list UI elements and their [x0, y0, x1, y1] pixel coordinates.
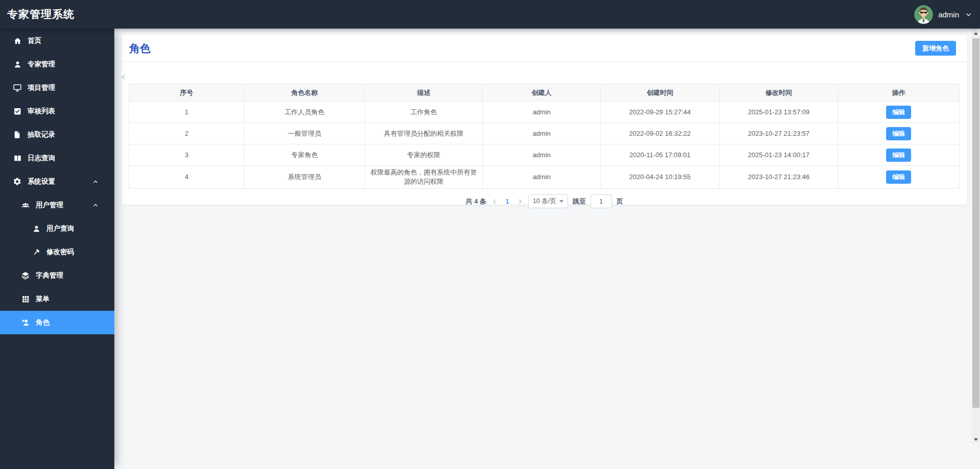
column-header: 描述	[365, 84, 483, 102]
cell-no: 3	[129, 144, 244, 166]
sidebar: 首页专家管理项目管理审核列表抽取记录日志查询系统设置用户管理用户查询修改密码字典…	[0, 29, 114, 469]
add-role-button[interactable]: 新增角色	[915, 41, 956, 56]
roles-table: 序号角色名称描述创建人创建时间修改时间操作 1工作人员角色工作角色admin20…	[129, 84, 960, 189]
hammer-icon	[32, 248, 41, 257]
column-header: 序号	[129, 84, 244, 102]
sidebar-item-label: 用户管理	[36, 201, 63, 210]
cell-no: 1	[129, 102, 244, 123]
edit-button[interactable]: 编辑	[886, 170, 911, 184]
cell-desc: 具有管理员分配的相关权限	[365, 123, 483, 144]
edit-button[interactable]: 编辑	[886, 127, 911, 140]
cell-created: 2022-09-02 16:32:22	[601, 123, 720, 144]
sidebar-item-dict-mgmt[interactable]: 字典管理	[0, 264, 114, 287]
column-header: 创建人	[483, 84, 601, 102]
sidebar-item-label: 抽取记录	[28, 130, 55, 139]
pagination-total: 共 4 条	[465, 197, 486, 206]
cell-action: 编辑	[838, 166, 960, 189]
cell-modified: 2023-10-27 21:23:57	[719, 123, 838, 144]
grid-icon	[21, 294, 30, 304]
card-header: 角色 新增角色	[121, 35, 967, 62]
sidebar-item-label: 字典管理	[36, 271, 63, 280]
chevron-down-icon[interactable]	[965, 11, 972, 18]
cell-creator: admin	[483, 102, 601, 123]
prev-page-icon[interactable]	[491, 198, 498, 205]
sidebar-item-label: 菜单	[36, 294, 50, 304]
cell-modified: 2025-01-23 13:57:09	[719, 102, 838, 123]
user-icon	[13, 60, 22, 69]
gear-icon	[13, 177, 22, 186]
jump-suffix-label: 页	[617, 197, 623, 206]
user-plus-icon	[21, 318, 30, 327]
page-size-select[interactable]: 10 条/页	[528, 194, 568, 208]
app-header: 专家管理系统 admin	[0, 0, 980, 29]
username[interactable]: admin	[938, 10, 959, 19]
table-row: 3专家角色专家的权限admin2020-11-05 17:09:012025-0…	[129, 144, 960, 166]
cell-modified: 2025-01-23 14:00:17	[719, 144, 838, 166]
users-icon	[21, 201, 30, 210]
chevron-up-icon[interactable]	[92, 202, 99, 208]
sidebar-item-system-settings[interactable]: 系统设置	[0, 170, 114, 193]
sidebar-item-user-query[interactable]: 用户查询	[0, 217, 114, 240]
edit-button[interactable]: 编辑	[886, 149, 911, 162]
column-header: 操作	[838, 84, 960, 102]
column-header: 角色名称	[244, 84, 365, 102]
column-header: 修改时间	[719, 84, 838, 102]
sidebar-item-log-query[interactable]: 日志查询	[0, 146, 114, 170]
sidebar-item-change-password[interactable]: 修改密码	[0, 240, 114, 264]
cell-creator: admin	[483, 166, 601, 189]
sidebar-item-label: 首页	[28, 36, 41, 45]
cell-no: 2	[129, 123, 244, 144]
column-header: 创建时间	[601, 84, 720, 102]
sidebar-item-label: 项目管理	[28, 83, 55, 92]
scrollbar-thumb[interactable]	[972, 38, 979, 408]
file-icon	[13, 130, 22, 139]
cell-name: 一般管理员	[244, 123, 365, 144]
avatar[interactable]	[914, 5, 933, 24]
app-title: 专家管理系统	[0, 7, 75, 21]
book-icon	[13, 154, 22, 163]
sidebar-item-label: 专家管理	[28, 60, 55, 69]
sidebar-item-label: 系统设置	[28, 177, 55, 186]
user-menu[interactable]: admin	[914, 0, 972, 29]
jump-page-input[interactable]	[591, 194, 612, 208]
chevron-up-icon[interactable]	[92, 179, 99, 185]
cell-created: 2020-11-05 17:09:01	[601, 144, 720, 166]
sidebar-item-audit-list[interactable]: 审核列表	[0, 100, 114, 123]
cell-desc: 权限最高的角色，拥有系统中所有资源的访问权限	[365, 166, 483, 189]
table-wrap: 序号角色名称描述创建人创建时间修改时间操作 1工作人员角色工作角色admin20…	[129, 84, 960, 189]
sidebar-item-project-mgmt[interactable]: 项目管理	[0, 76, 114, 100]
sidebar-item-label: 修改密码	[46, 248, 74, 257]
table-row: 2一般管理员具有管理员分配的相关权限admin2022-09-02 16:32:…	[129, 123, 960, 144]
vertical-scrollbar[interactable]	[972, 29, 980, 444]
page-title: 角色	[129, 35, 151, 62]
cell-action: 编辑	[838, 123, 960, 144]
scroll-up-icon[interactable]	[972, 29, 980, 38]
collapse-handle-icon[interactable]	[121, 74, 125, 80]
edit-button[interactable]: 编辑	[886, 106, 911, 119]
cell-action: 编辑	[838, 144, 960, 166]
jump-prefix-label: 跳至	[573, 197, 586, 206]
page-number[interactable]: 1	[503, 198, 512, 205]
monitor-icon	[13, 83, 22, 92]
cell-created: 2022-09-29 15:27:44	[601, 102, 720, 123]
scroll-down-icon[interactable]	[972, 435, 980, 444]
pagination: 共 4 条 1 10 条/页 跳至 页	[121, 194, 967, 208]
cell-created: 2020-04-24 10:19:55	[601, 166, 720, 189]
cell-modified: 2023-10-27 21:23:46	[719, 166, 838, 189]
sidebar-item-expert-mgmt[interactable]: 专家管理	[0, 53, 114, 76]
table-row: 4系统管理员权限最高的角色，拥有系统中所有资源的访问权限admin2020-04…	[129, 166, 960, 189]
sidebar-menu: 首页专家管理项目管理审核列表抽取记录日志查询系统设置用户管理用户查询修改密码字典…	[0, 29, 114, 334]
cell-name: 专家角色	[244, 144, 365, 166]
sidebar-item-menu[interactable]: 菜单	[0, 287, 114, 311]
sidebar-item-user-mgmt[interactable]: 用户管理	[0, 193, 114, 217]
content-card: 角色 新增角色 序号角色名称描述创建人创建时间修改时间操作 1工作人员角色工作角…	[121, 35, 967, 205]
sidebar-item-label: 角色	[36, 318, 50, 327]
table-row: 1工作人员角色工作角色admin2022-09-29 15:27:442025-…	[129, 102, 960, 123]
sidebar-item-home[interactable]: 首页	[0, 29, 114, 53]
caret-down-icon	[559, 200, 564, 203]
cell-creator: admin	[483, 123, 601, 144]
sidebar-item-draw-records[interactable]: 抽取记录	[0, 123, 114, 146]
check-square-icon	[13, 107, 22, 116]
next-page-icon[interactable]	[517, 198, 524, 205]
sidebar-item-role[interactable]: 角色	[0, 311, 114, 334]
